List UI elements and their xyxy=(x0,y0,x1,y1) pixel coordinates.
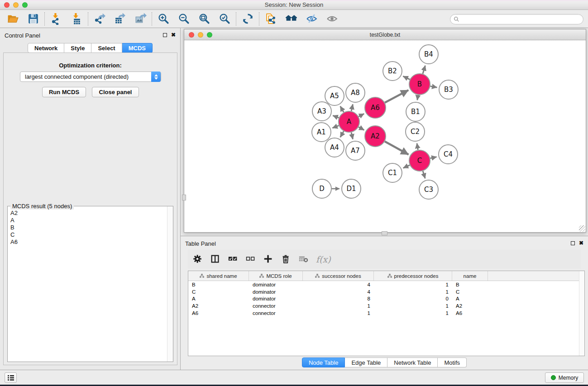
graph-node-a3[interactable]: A3 xyxy=(312,102,331,121)
tab-motifs[interactable]: Motifs xyxy=(438,357,467,367)
float-table-panel-icon[interactable] xyxy=(571,241,575,245)
table-row[interactable]: A2connector11A2 xyxy=(188,302,584,310)
open-session-icon[interactable] xyxy=(5,12,21,26)
graph-edge-A6-B[interactable] xyxy=(385,90,408,103)
maximize-window-button[interactable] xyxy=(22,2,28,8)
graph-node-a5[interactable]: A5 xyxy=(325,86,344,105)
result-item[interactable]: A6 xyxy=(10,238,167,246)
table-row[interactable]: Cdominator41C xyxy=(188,288,584,295)
graph-node-c4[interactable]: C4 xyxy=(439,145,458,164)
network-maximize-button[interactable] xyxy=(207,32,212,38)
graph-node-a6[interactable]: A6 xyxy=(365,97,386,118)
graph-edge-B-B1[interactable] xyxy=(417,95,418,100)
graph-edge-C-C3[interactable] xyxy=(423,171,425,178)
eye-icon[interactable] xyxy=(324,12,340,26)
graph-edge-A-A5[interactable] xyxy=(340,106,344,112)
search-input[interactable] xyxy=(459,15,583,24)
gear-icon[interactable] xyxy=(192,253,203,266)
graph-edge-A-A1[interactable] xyxy=(332,125,339,128)
graph-edge-A-A3[interactable] xyxy=(333,115,339,118)
result-item[interactable]: B xyxy=(10,224,167,231)
search-field[interactable] xyxy=(450,14,583,24)
optimization-criterion-select[interactable]: largest connected component (directed) xyxy=(20,71,161,82)
eye-slash-icon[interactable] xyxy=(303,12,320,26)
graph-node-c[interactable]: C xyxy=(409,150,430,171)
zoom-fit-icon[interactable] xyxy=(196,12,212,26)
task-history-button[interactable] xyxy=(5,372,17,383)
float-panel-icon[interactable] xyxy=(163,33,167,37)
import-table-icon[interactable] xyxy=(68,12,85,26)
homes-icon[interactable] xyxy=(283,12,299,26)
vertical-splitter-handle[interactable] xyxy=(182,195,186,200)
table-row[interactable]: A6connector11A6 xyxy=(188,310,584,317)
column-header-successor-nodes[interactable]: successor nodes xyxy=(303,271,374,281)
graph-node-b4[interactable]: B4 xyxy=(419,45,438,64)
column-header-predecessor-nodes[interactable]: predecessor nodes xyxy=(374,271,452,281)
tab-network[interactable]: Network xyxy=(28,43,64,53)
graph-node-b[interactable]: B xyxy=(409,74,430,95)
table-row[interactable]: Adominator80A xyxy=(188,295,584,303)
unchecked-boxes-icon[interactable] xyxy=(245,253,256,266)
tab-mcds[interactable]: MCDS xyxy=(122,43,153,53)
tab-edge-table[interactable]: Edge Table xyxy=(345,357,387,367)
zoom-out-icon[interactable] xyxy=(176,12,192,26)
table-delete-icon[interactable] xyxy=(298,253,309,266)
graph-edge-A-A4[interactable] xyxy=(340,131,344,137)
column-header-name[interactable]: name xyxy=(452,271,488,281)
table-row[interactable]: Bdominator41B xyxy=(188,281,584,288)
graph-node-c2[interactable]: C2 xyxy=(406,122,425,141)
graph-node-a2[interactable]: A2 xyxy=(365,126,386,147)
export-image-icon[interactable] xyxy=(132,12,148,26)
tab-node-table[interactable]: Node Table xyxy=(302,357,345,367)
checked-boxes-icon[interactable] xyxy=(228,253,239,266)
plus-icon[interactable] xyxy=(263,253,274,266)
network-minimize-button[interactable] xyxy=(198,32,203,38)
tab-style[interactable]: Style xyxy=(64,43,91,53)
graph-edge-B-B4[interactable] xyxy=(423,66,425,74)
tab-network-table[interactable]: Network Table xyxy=(387,357,438,367)
graph-edge-C-C2[interactable] xyxy=(417,143,418,150)
graph-edge-C-C4[interactable] xyxy=(430,157,436,158)
run-mcds-button[interactable]: Run MCDS xyxy=(42,87,86,97)
horizontal-splitter-handle[interactable] xyxy=(382,231,387,235)
result-item[interactable]: A2 xyxy=(10,210,167,217)
graph-node-d1[interactable]: D1 xyxy=(342,179,361,198)
graph-node-a7[interactable]: A7 xyxy=(346,141,365,160)
close-panel-button[interactable]: Close panel xyxy=(92,87,139,97)
graph-edge-A-A2[interactable] xyxy=(359,127,364,130)
network-window-titlebar[interactable]: testGlobe.txt xyxy=(184,29,586,40)
graph-node-c3[interactable]: C3 xyxy=(419,180,438,199)
function-builder-icon[interactable]: f(x) xyxy=(316,254,331,264)
graph-edge-B-B2[interactable] xyxy=(403,76,410,79)
column-header-MCDS-role[interactable]: MCDS role xyxy=(249,271,303,281)
zoom-in-icon[interactable] xyxy=(155,12,172,26)
close-window-button[interactable] xyxy=(4,2,10,8)
network-view[interactable]: B4B2BB3A5A8A6A3B1AA1C2A2A4A7C4CC1C3DD1 xyxy=(184,40,586,232)
tab-select[interactable]: Select xyxy=(91,43,122,53)
graph-edge-B-B3[interactable] xyxy=(430,86,437,87)
graph-node-b1[interactable]: B1 xyxy=(406,102,425,121)
node-table[interactable]: shared nameMCDS rolesuccessor nodesprede… xyxy=(188,271,585,356)
refresh-icon[interactable] xyxy=(239,12,256,26)
copy-network-icon[interactable] xyxy=(263,12,279,26)
network-close-button[interactable] xyxy=(189,32,194,38)
graph-node-a[interactable]: A xyxy=(339,111,359,132)
graph-edge-A2-C[interactable] xyxy=(385,142,408,155)
close-panel-icon[interactable]: ✖ xyxy=(171,32,176,38)
minimize-window-button[interactable] xyxy=(13,2,19,8)
graph-node-a4[interactable]: A4 xyxy=(325,138,344,157)
resize-grip-icon[interactable] xyxy=(579,225,585,232)
graph-node-d[interactable]: D xyxy=(312,179,331,198)
export-network-icon[interactable] xyxy=(91,12,108,26)
close-table-panel-icon[interactable]: ✖ xyxy=(579,240,583,246)
graph-node-b2[interactable]: B2 xyxy=(383,62,402,81)
graph-node-c1[interactable]: C1 xyxy=(383,163,402,182)
graph-node-b3[interactable]: B3 xyxy=(439,80,458,99)
graph-edge-A-A7[interactable] xyxy=(351,132,353,139)
save-session-icon[interactable] xyxy=(25,12,41,26)
zoom-selected-icon[interactable] xyxy=(216,12,233,26)
column-header-shared-name[interactable]: shared name xyxy=(188,271,249,281)
graph-node-a8[interactable]: A8 xyxy=(346,83,365,102)
graph-edge-A-A6[interactable] xyxy=(359,114,364,116)
import-network-icon[interactable] xyxy=(48,12,64,26)
